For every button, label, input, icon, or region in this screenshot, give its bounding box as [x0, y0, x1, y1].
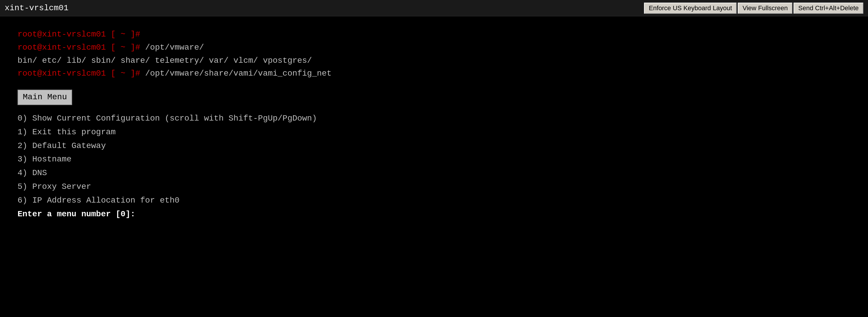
view-fullscreen-button[interactable]: View Fullscreen — [738, 3, 793, 14]
terminal-line-2: root@xint-vrslcm01 [ ~ ]# /opt/vmware/ — [18, 41, 850, 54]
send-ctrl-alt-delete-button[interactable]: Send Ctrl+Alt+Delete — [794, 3, 863, 14]
terminal: root@xint-vrslcm01 [ ~ ]# root@xint-vrsl… — [0, 17, 868, 232]
menu-item: 6) IP Address Allocation for eth0 — [18, 194, 850, 207]
dir-list: bin/ etc/ lib/ sbin/ share/ telemetry/ v… — [18, 54, 850, 67]
enforce-keyboard-button[interactable]: Enforce US Keyboard Layout — [644, 3, 737, 14]
top-bar: xint-vrslcm01 Enforce US Keyboard Layout… — [0, 0, 868, 17]
menu-item: 1) Exit this program — [18, 126, 850, 139]
menu-container: Main Menu 0) Show Current Configuration … — [18, 85, 850, 221]
menu-item: 5) Proxy Server — [18, 180, 850, 193]
menu-item: 0) Show Current Configuration (scroll wi… — [18, 112, 850, 125]
menu-item: 3) Hostname — [18, 153, 850, 166]
menu-title-box: Main Menu — [18, 90, 72, 105]
prompt-2: root@xint-vrslcm01 [ ~ ]# — [18, 43, 140, 52]
terminal-line-3: root@xint-vrslcm01 [ ~ ]# /opt/vmware/sh… — [18, 67, 850, 80]
top-bar-buttons: Enforce US Keyboard Layout View Fullscre… — [644, 3, 863, 14]
terminal-line-1: root@xint-vrslcm01 [ ~ ]# — [18, 28, 850, 41]
menu-item: 4) DNS — [18, 167, 850, 180]
window-title: xint-vrslcm01 — [5, 3, 68, 12]
cmd-3: /opt/vmware/share/vami/vami_config_net — [140, 69, 332, 78]
menu-prompt: Enter a menu number [0]: — [18, 208, 850, 221]
menu-items-list: 0) Show Current Configuration (scroll wi… — [18, 112, 850, 207]
menu-item: 2) Default Gateway — [18, 139, 850, 153]
prompt-3: root@xint-vrslcm01 [ ~ ]# — [18, 69, 140, 78]
cmd-2: /opt/vmware/ — [140, 43, 204, 52]
prompt-1: root@xint-vrslcm01 [ ~ ]# — [18, 30, 140, 39]
